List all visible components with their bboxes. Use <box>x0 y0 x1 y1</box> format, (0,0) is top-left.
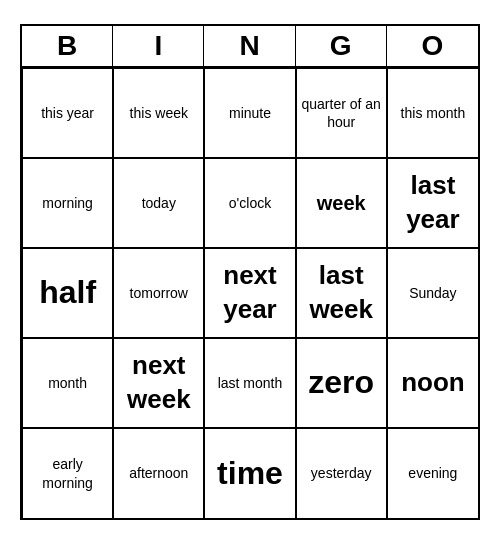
bingo-cell: this week <box>113 68 204 158</box>
bingo-cell: time <box>204 428 295 518</box>
bingo-cell: half <box>22 248 113 338</box>
bingo-cell: Sunday <box>387 248 478 338</box>
bingo-cell: today <box>113 158 204 248</box>
bingo-cell: month <box>22 338 113 428</box>
bingo-cell: last month <box>204 338 295 428</box>
header-letter: N <box>204 26 295 66</box>
bingo-cell: afternoon <box>113 428 204 518</box>
bingo-cell: o'clock <box>204 158 295 248</box>
bingo-cell: morning <box>22 158 113 248</box>
bingo-cell: zero <box>296 338 387 428</box>
bingo-cell: quarter of an hour <box>296 68 387 158</box>
bingo-cell: minute <box>204 68 295 158</box>
bingo-cell: evening <box>387 428 478 518</box>
header-letter: G <box>296 26 387 66</box>
bingo-cell: tomorrow <box>113 248 204 338</box>
bingo-cell: next year <box>204 248 295 338</box>
bingo-cell: week <box>296 158 387 248</box>
bingo-card: BINGO this yearthis weekminutequarter of… <box>20 24 480 520</box>
bingo-cell: last week <box>296 248 387 338</box>
bingo-cell: this year <box>22 68 113 158</box>
header-letter: I <box>113 26 204 66</box>
header-letter: B <box>22 26 113 66</box>
bingo-header: BINGO <box>22 26 478 68</box>
bingo-cell: next week <box>113 338 204 428</box>
bingo-cell: noon <box>387 338 478 428</box>
bingo-cell: yesterday <box>296 428 387 518</box>
bingo-cell: last year <box>387 158 478 248</box>
bingo-cell: this month <box>387 68 478 158</box>
bingo-grid: this yearthis weekminutequarter of an ho… <box>22 68 478 518</box>
header-letter: O <box>387 26 478 66</box>
bingo-cell: early morning <box>22 428 113 518</box>
